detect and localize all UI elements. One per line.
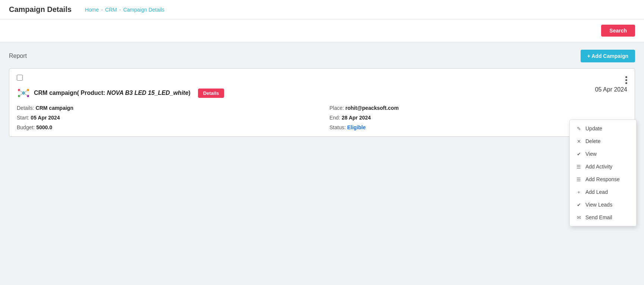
details-badge-button[interactable]: Details (198, 89, 224, 98)
breadcrumb-sep-1: - (101, 7, 103, 13)
search-bar-area: Search (0, 19, 644, 42)
status-value: Eligible (347, 124, 366, 130)
detail-item-start: Start: 05 Apr 2024 (17, 115, 315, 121)
report-header: Report + Add Campaign (9, 50, 635, 62)
campaign-product-text: ( Product: NOVA B3 LED 15_LED_white) (77, 90, 191, 96)
card-main-row: CRM campaign( Product: NOVA B3 LED 15_LE… (17, 86, 627, 100)
campaign-name: CRM campaign( Product: NOVA B3 LED 15_LE… (34, 90, 191, 96)
card-details-grid: Details: CRM campaign Place: rohit@peack… (17, 105, 627, 130)
three-dot-menu-button[interactable] (624, 75, 629, 86)
dot-1 (625, 76, 627, 78)
pagination-area: of 1 (9, 141, 635, 147)
dropdown-icon-1: ✕ (576, 139, 582, 144)
page-title: Campaign Details (9, 5, 72, 14)
add-campaign-button[interactable]: + Add Campaign (581, 50, 635, 62)
svg-line-6 (19, 93, 23, 96)
main-content: Report + Add Campaign (0, 42, 644, 154)
dropdown-label-1: Delete (585, 138, 600, 144)
detail-item-budget: Budget: 5000.0 (17, 124, 315, 130)
dropdown-item-view[interactable]: ✔View (570, 148, 636, 154)
dropdown-label-2: View (585, 151, 597, 154)
breadcrumb-sep-2: - (119, 7, 121, 13)
detail-item-place: Place: rohit@peacksoft.com (330, 105, 628, 111)
detail-item-details: Details: CRM campaign (17, 105, 315, 111)
svg-line-5 (19, 90, 23, 93)
breadcrumb-home[interactable]: Home (85, 7, 99, 13)
breadcrumb-current[interactable]: Campaign Details (123, 7, 164, 13)
dropdown-icon-0: ✎ (576, 126, 582, 131)
dropdown-icon-2: ✔ (576, 151, 582, 155)
dropdown-menu: ✎Update✕Delete✔View☰Add Activity☰Add Res… (569, 120, 637, 154)
breadcrumb: Home - CRM - Campaign Details (85, 7, 164, 13)
dropdown-item-delete[interactable]: ✕Delete (570, 135, 636, 148)
breadcrumb-crm[interactable]: CRM (105, 7, 117, 13)
campaign-date: 05 Apr 2024 (595, 86, 627, 93)
report-label: Report (9, 53, 27, 59)
card-title-area: CRM campaign( Product: NOVA B3 LED 15_LE… (17, 86, 224, 100)
dropdown-item-update[interactable]: ✎Update (570, 122, 636, 135)
campaign-card: CRM campaign( Product: NOVA B3 LED 15_LE… (9, 68, 635, 137)
campaign-icon (17, 86, 30, 100)
dropdown-label-0: Update (585, 126, 602, 131)
svg-line-7 (23, 90, 28, 93)
checkbox-row (17, 75, 627, 82)
search-button[interactable]: Search (601, 25, 635, 37)
campaign-checkbox[interactable] (17, 75, 23, 81)
dot-2 (625, 79, 627, 81)
top-header: Campaign Details Home - CRM - Campaign D… (0, 0, 644, 19)
dot-3 (625, 82, 627, 84)
svg-line-8 (23, 93, 28, 96)
